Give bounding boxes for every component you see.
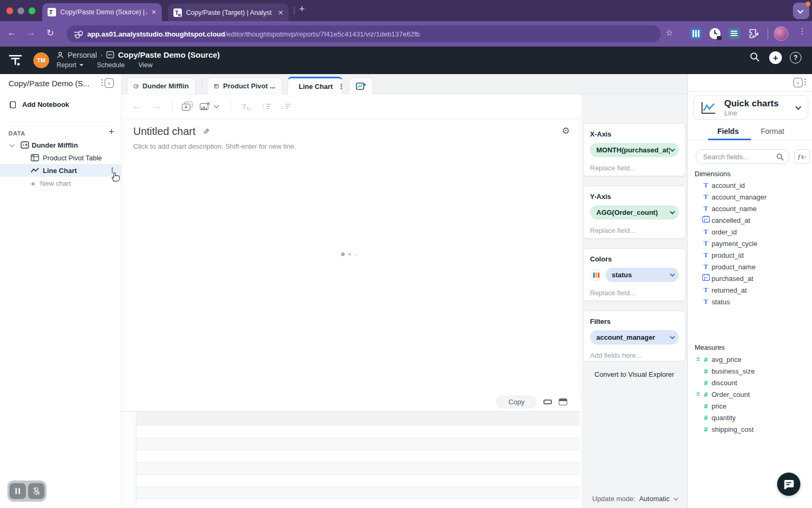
chart-settings-icon[interactable]: ⚙ — [562, 125, 570, 137]
menu-view[interactable]: View — [139, 61, 153, 69]
dimension-item[interactable]: Taccount_manager — [688, 191, 812, 203]
dimension-item[interactable]: Tstatus — [688, 296, 812, 307]
tab-menu-icon[interactable]: ⋮ — [338, 83, 343, 90]
browser-profile-avatar[interactable] — [774, 26, 788, 41]
browser-menu-icon[interactable]: ⋮ — [798, 26, 806, 36]
tab-format[interactable]: Format — [761, 127, 784, 135]
chevron-down-icon[interactable] — [10, 142, 15, 147]
sidebar-item-new-chart[interactable]: + New chart — [0, 177, 122, 189]
dimension-item[interactable]: Taccount_name — [688, 203, 812, 214]
quick-charts-selector[interactable]: Quick charts Line — [693, 95, 808, 120]
browser-tab-source[interactable]: T✓ Copy/Paste Demo (Source) | A ✕ — [42, 3, 162, 21]
dimension-item[interactable]: Tpayment_cycle — [688, 238, 812, 249]
redo-button[interactable]: → — [152, 101, 161, 112]
replace-field-placeholder[interactable]: Replace field... — [590, 289, 679, 297]
collapse-panel-icon[interactable]: › — [793, 78, 806, 87]
field-name: account_name — [712, 205, 756, 213]
close-tab-icon[interactable]: ✕ — [151, 8, 156, 16]
remove-chart-menu[interactable] — [215, 101, 218, 112]
tab-dataset[interactable]: Dunder Mifflin — [127, 77, 196, 94]
results-table[interactable] — [122, 411, 580, 508]
traffic-light-minimize[interactable] — [17, 7, 24, 14]
site-settings-icon[interactable] — [74, 30, 82, 38]
extension-columns-icon[interactable] — [690, 28, 702, 39]
extensions-puzzle-icon[interactable] — [748, 28, 759, 39]
dimension-item[interactable]: purchased_at — [688, 273, 812, 284]
replace-field-placeholder[interactable]: Replace field... — [590, 226, 679, 234]
app-header: TM Personal › Copy/Paste Demo (Source) R… — [0, 47, 812, 74]
sort-descending-button[interactable]: ↓ — [280, 101, 290, 112]
help-button[interactable]: ? — [790, 52, 801, 64]
convert-to-visual-explorer-button[interactable]: Convert to Visual Explorer — [582, 370, 687, 378]
update-mode-control[interactable]: Update mode: Automatic — [582, 495, 687, 503]
add-fields-placeholder[interactable]: Add fields here... — [590, 351, 679, 359]
expand-results-icon[interactable] — [559, 398, 567, 405]
add-button[interactable]: + — [769, 51, 782, 64]
measure-item[interactable]: =#avg_price — [688, 353, 812, 365]
measure-item[interactable]: =#discount — [688, 377, 812, 388]
traffic-light-close[interactable] — [6, 7, 13, 14]
mute-mic-button[interactable] — [28, 483, 44, 499]
add-formula-button[interactable]: ƒx+ — [794, 149, 810, 164]
collapse-results-icon[interactable] — [543, 400, 552, 404]
traffic-light-zoom[interactable] — [29, 7, 35, 14]
dimension-item[interactable]: Tproduct_name — [688, 261, 812, 273]
dimension-item[interactable]: Treturned_at — [688, 284, 812, 296]
colors-field-pill[interactable]: status — [605, 268, 679, 282]
search-icon[interactable] — [749, 51, 760, 62]
measure-item[interactable]: =#price — [688, 400, 812, 412]
replace-field-placeholder[interactable]: Replace field... — [590, 164, 679, 172]
extension-timer-icon[interactable] — [709, 28, 721, 39]
dimension-item[interactable]: Taccount_id — [688, 179, 812, 191]
measure-item[interactable]: =#quantity — [688, 412, 812, 423]
new-viz-tab-button[interactable] — [349, 77, 373, 94]
new-tab-button[interactable]: + — [299, 4, 305, 15]
pause-recording-button[interactable] — [10, 483, 26, 499]
dimension-item[interactable]: Tproduct_id — [688, 249, 812, 261]
line-chart-label: Line Chart — [43, 167, 77, 175]
extension-list-icon[interactable] — [728, 28, 740, 39]
tab-fields[interactable]: Fields — [717, 127, 739, 135]
edit-title-icon[interactable]: ✎ — [203, 127, 210, 137]
chat-help-button[interactable] — [777, 473, 800, 496]
user-avatar[interactable]: TM — [33, 52, 49, 68]
tab-line-chart[interactable]: Line Chart ⋮ — [288, 77, 343, 94]
duplicate-chart-button[interactable]: + — [182, 101, 193, 112]
bookmark-star-icon[interactable]: ☆ — [666, 28, 673, 38]
remove-chart-button[interactable]: ✕ — [200, 101, 210, 112]
dimension-item[interactable]: Torder_id — [688, 226, 812, 238]
browser-back-button[interactable]: ← — [7, 28, 16, 38]
add-notebook-button[interactable]: Add Notebook — [8, 101, 69, 108]
sort-ascending-button[interactable]: ↑ — [261, 101, 271, 112]
chart-description-placeholder[interactable]: Click to add chart description. Shift-en… — [133, 142, 296, 150]
tab-search-button[interactable] — [793, 3, 809, 19]
collapse-sidebar-icon[interactable]: ‹ — [102, 78, 114, 88]
sidebar-item-pivot[interactable]: Product Pivot Table — [0, 151, 122, 164]
measure-item[interactable]: =#Order_count — [688, 388, 812, 400]
browser-reload-button[interactable]: ↻ — [47, 28, 54, 39]
omnibox[interactable]: app.as01.analyststudio.thoughtspot.cloud… — [67, 25, 661, 42]
measure-item[interactable]: =#shipping_cost — [688, 423, 812, 435]
sidebar-item-line-chart[interactable]: Line Chart ⋮ — [0, 164, 122, 177]
measure-item[interactable]: =#business_size — [688, 365, 812, 377]
sidebar-item-dataset[interactable]: Dunder Mifflin — [0, 139, 122, 151]
browser-forward-button[interactable]: → — [26, 28, 35, 38]
swap-axes-button[interactable]: T↻ — [242, 101, 246, 112]
chart-title[interactable]: Untitled chart — [133, 125, 196, 138]
search-fields-input[interactable]: Search fields... — [696, 149, 790, 164]
menu-schedule[interactable]: Schedule — [97, 61, 125, 69]
y-axis-field-pill[interactable]: AGG(Order_count) — [590, 205, 679, 220]
menu-report[interactable]: Report — [57, 61, 84, 69]
close-tab-icon[interactable]: ✕ — [278, 9, 283, 16]
tab-pivot[interactable]: Product Pivot ... — [207, 77, 282, 94]
analyst-studio-logo[interactable] — [8, 53, 23, 68]
copy-button[interactable]: Copy — [496, 395, 537, 409]
filters-field-pill[interactable]: account_manager — [590, 330, 679, 344]
dimension-item[interactable]: cancelled_at — [688, 214, 812, 226]
add-data-button[interactable]: + — [108, 126, 114, 138]
browser-tab-target[interactable]: T Copy/Paste (Target) | Analyst ✕ — [168, 4, 289, 21]
x-axis-field-pill[interactable]: MONTH(purchased_at) — [590, 143, 679, 157]
color-palette-icon[interactable] — [590, 269, 602, 281]
undo-button[interactable]: ← — [132, 101, 141, 112]
breadcrumb-workspace[interactable]: Personal — [68, 51, 97, 59]
